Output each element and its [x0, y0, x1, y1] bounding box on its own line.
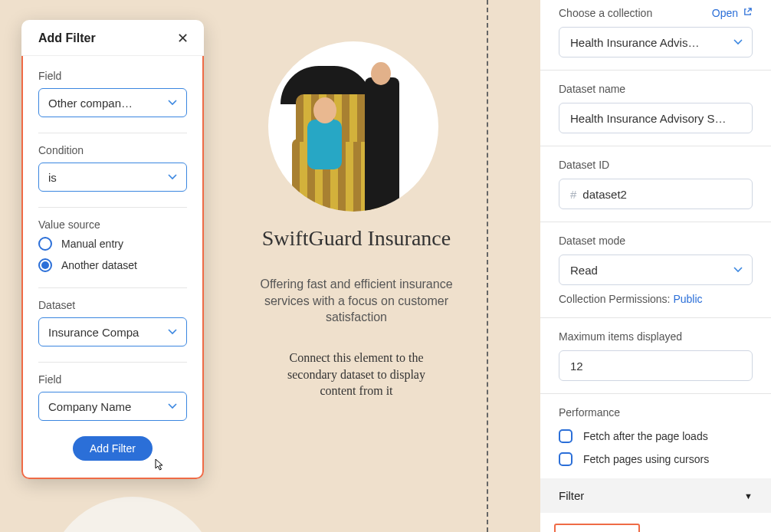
- filter-accordion-header[interactable]: Filter ▼: [540, 478, 771, 513]
- radio-label: Another dataset: [61, 259, 137, 271]
- divider: [38, 207, 187, 208]
- chevron-down-icon: [168, 329, 177, 335]
- divider: [38, 287, 187, 288]
- dataset-mode-section: Dataset mode Read Collection Permissions…: [540, 222, 771, 318]
- fetch-cursors-checkbox[interactable]: Fetch pages using cursors: [559, 452, 753, 466]
- chevron-down-icon: [733, 39, 743, 45]
- radio-another-dataset[interactable]: Another dataset: [38, 258, 187, 272]
- dataset-id-label: Dataset ID: [559, 159, 753, 171]
- add-filter-modal: Add Filter ✕ Field Other compan… Conditi…: [21, 20, 204, 479]
- dataset-name-input[interactable]: Health Insurance Advisory S…: [559, 103, 753, 133]
- card-illustration: [268, 41, 438, 212]
- close-icon[interactable]: ✕: [177, 31, 189, 45]
- max-items-label: Maximum items displayed: [559, 330, 753, 343]
- filter-header-label: Filter: [559, 489, 584, 502]
- field2-select[interactable]: Company Name: [38, 392, 187, 421]
- checkbox-icon: [559, 429, 573, 443]
- field-select-value: Other compan…: [48, 97, 133, 110]
- add-filter-row: + Add Filter: [540, 513, 771, 532]
- radio-icon: [38, 237, 52, 251]
- dataset-mode-label: Dataset mode: [559, 235, 753, 247]
- dataset-select-value: Insurance Compa: [48, 326, 139, 339]
- modal-header: Add Filter ✕: [21, 20, 204, 56]
- card-description: Offering fast and efficient insurance se…: [253, 276, 460, 326]
- dataset-name-label: Dataset name: [559, 83, 753, 95]
- max-items-value: 12: [570, 360, 583, 373]
- dataset-id-input[interactable]: # dataset2: [559, 179, 753, 209]
- divider: [38, 362, 187, 363]
- dataset-select[interactable]: Insurance Compa: [38, 317, 187, 346]
- page-divider: [487, 0, 488, 532]
- cursor-icon: [153, 458, 166, 475]
- condition-label: Condition: [38, 144, 187, 156]
- modal-title: Add Filter: [38, 31, 96, 45]
- field-select[interactable]: Other compan…: [38, 88, 187, 117]
- field2-label: Field: [38, 373, 187, 386]
- dataset-mode-select[interactable]: Read: [559, 255, 753, 285]
- field2-select-value: Company Name: [48, 400, 131, 413]
- open-link-text: Open: [712, 7, 738, 19]
- collection-section: Choose a collection Open Health Insuranc…: [540, 0, 771, 71]
- radio-label: Manual entry: [61, 238, 123, 250]
- condition-select-value: is: [48, 171, 57, 184]
- chevron-down-icon: [733, 267, 743, 273]
- dataset-name-value: Health Insurance Advisory S…: [570, 112, 726, 125]
- max-items-section: Maximum items displayed 12: [540, 318, 771, 394]
- add-filter-button[interactable]: Add Filter: [73, 436, 153, 461]
- card-placeholder-text: Connect this element to the secondary da…: [276, 350, 437, 399]
- dataset-name-section: Dataset name Health Insurance Advisory S…: [540, 71, 771, 146]
- radio-manual-entry[interactable]: Manual entry: [38, 237, 187, 251]
- divider: [38, 133, 187, 133]
- external-link-icon: [743, 7, 753, 19]
- checkbox-icon: [559, 452, 573, 466]
- checkbox-label: Fetch after the page loads: [583, 430, 708, 442]
- dataset-id-section: Dataset ID # dataset2: [540, 146, 771, 222]
- performance-label: Performance: [559, 406, 753, 419]
- value-source-label: Value source: [38, 218, 187, 231]
- card-title: SwiftGuard Insurance: [215, 226, 498, 251]
- dataset-label: Dataset: [38, 299, 187, 311]
- permissions-row: Collection Permissions: Public: [559, 293, 753, 305]
- permissions-label: Collection Permissions:: [559, 293, 671, 305]
- modal-body: Field Other compan… Condition is Value s…: [21, 56, 204, 479]
- condition-select[interactable]: is: [38, 163, 187, 192]
- card-illustration-bottom: [48, 497, 218, 532]
- chevron-down-icon: [168, 174, 177, 180]
- permissions-link[interactable]: Public: [673, 293, 702, 305]
- add-filter-button[interactable]: + Add Filter: [554, 524, 640, 532]
- open-collection-link[interactable]: Open: [712, 7, 753, 19]
- checkbox-label: Fetch pages using cursors: [583, 453, 709, 465]
- settings-panel: Choose a collection Open Health Insuranc…: [540, 0, 771, 532]
- triangle-down-icon: ▼: [744, 491, 753, 501]
- hash-icon: #: [570, 188, 576, 201]
- dataset-id-value: dataset2: [582, 188, 627, 201]
- chevron-down-icon: [168, 403, 177, 409]
- collection-label: Choose a collection: [559, 7, 652, 19]
- max-items-input[interactable]: 12: [559, 350, 753, 381]
- dataset-mode-value: Read: [570, 264, 598, 277]
- performance-section: Performance Fetch after the page loads F…: [540, 394, 771, 478]
- field-label: Field: [38, 70, 187, 82]
- collection-select-value: Health Insurance Advis…: [570, 36, 699, 49]
- collection-select[interactable]: Health Insurance Advis…: [559, 27, 753, 57]
- radio-icon: [38, 258, 52, 272]
- chevron-down-icon: [168, 100, 177, 106]
- fetch-after-checkbox[interactable]: Fetch after the page loads: [559, 429, 753, 443]
